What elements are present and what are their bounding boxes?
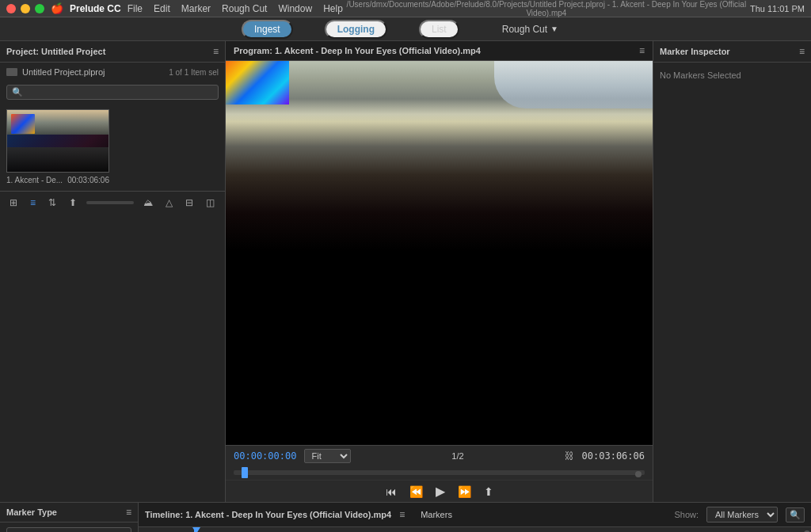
timeline-container: 00:00 00:00:30:00 00:01:00:00 00:01:30:0… — [139, 527, 811, 532]
timeline-header: Timeline: 1. Akcent - Deep In Your Eyes … — [139, 503, 811, 527]
menu-window[interactable]: Window — [278, 3, 312, 14]
ingest-button[interactable]: Ingest — [242, 20, 293, 39]
playhead-arrow — [192, 527, 200, 532]
marker-type-dropdown[interactable]: All Default Markers ▼ — [6, 527, 131, 532]
file-item: Untitled Project.plproj 1 of 1 Item sel — [6, 66, 219, 78]
timeline-tabs: Markers — [421, 510, 452, 519]
clock: Thu 11:01 PM — [750, 4, 805, 13]
marker-inspector-menu-icon[interactable]: ≡ — [799, 46, 805, 57]
marker-inspector-header: Marker Inspector ≡ — [653, 41, 811, 63]
timeline-title: Timeline: 1. Akcent - Deep In Your Eyes … — [145, 510, 391, 519]
video-player[interactable] — [226, 61, 653, 445]
clip-thumbnail[interactable] — [6, 109, 109, 173]
clip-thumbnail-image — [7, 110, 109, 172]
file-path: /Users/dmx/Documents/Adobe/Prelude/8.0/P… — [343, 0, 750, 17]
maximize-button[interactable] — [35, 4, 44, 13]
right-panel: Marker Inspector ≡ No Markers Selected — [653, 41, 811, 502]
file-icon — [6, 68, 17, 76]
program-header: Program: 1. Akcent - Deep In Your Eyes (… — [226, 41, 653, 61]
vertical-scrollbar[interactable] — [803, 527, 811, 532]
scrubber-track — [234, 470, 645, 475]
timeline-ruler: 00:00 00:00:30:00 00:01:00:00 00:01:30:0… — [139, 527, 803, 532]
list-button[interactable]: List — [419, 20, 459, 39]
left-panel: Project: Untitled Project ≡ Untitled Pro… — [0, 41, 226, 502]
sort-button[interactable]: ⇅ — [45, 196, 59, 210]
menu-marker[interactable]: Marker — [181, 3, 211, 14]
search-icon: 🔍 — [12, 87, 23, 97]
marker-type-menu-icon[interactable]: ≡ — [126, 507, 131, 518]
menu-help[interactable]: Help — [323, 3, 343, 14]
clip-info: 1. Akcent - De... 00:03:06:06 — [6, 176, 219, 184]
roughcut-button[interactable]: Rough Cut ▼ — [491, 21, 569, 37]
timeline-main: 00:00 00:00:30:00 00:01:00:00 00:01:30:0… — [139, 527, 803, 532]
mountain-icon[interactable]: ⛰ — [140, 196, 156, 210]
chevron-down-icon: ▼ — [550, 25, 558, 33]
search-bar[interactable]: 🔍 — [6, 85, 219, 100]
duration-display: 00:03:06:06 — [582, 450, 645, 462]
logging-button[interactable]: Logging — [325, 20, 387, 39]
roughcut-label: Rough Cut — [502, 24, 547, 35]
workspace-bar: Ingest Logging List Rough Cut ▼ — [0, 17, 811, 41]
timeline-tab-markers[interactable]: Markers — [421, 510, 452, 519]
marker-type-title: Marker Type — [6, 507, 57, 517]
traffic-lights — [6, 4, 44, 13]
marker-inspector-title: Marker Inspector — [660, 47, 730, 56]
playback-controls: ⏮ ⏪ ▶ ⏩ ⬆ — [226, 480, 653, 502]
project-header: Project: Untitled Project ≡ — [0, 41, 225, 63]
apple-logo: 🍎 — [51, 2, 63, 14]
project-title: Project: Untitled Project — [6, 47, 105, 56]
right-controls: Thu 11:01 PM — [750, 4, 805, 13]
timeline-menu-icon[interactable]: ≡ — [399, 509, 405, 520]
marker-type-panel: Marker Type ≡ All Default Markers ▼ 1 Su… — [0, 503, 139, 532]
file-count: 1 of 1 Item sel — [169, 68, 219, 77]
app-name: Prelude CC — [70, 3, 121, 14]
marker-type-header: Marker Type ≡ — [0, 503, 138, 522]
go-to-start-button[interactable]: ⏮ — [386, 485, 397, 498]
clip-duration: 00:03:06:06 — [67, 176, 109, 184]
transport-bar: 00:00:00:00 Fit 100% 50% 1/2 ⛓ 00:03:06:… — [226, 445, 653, 466]
play-button[interactable]: ▶ — [436, 484, 445, 499]
list-view-button[interactable]: ≡ — [27, 196, 39, 210]
menu-roughcut[interactable]: Rough Cut — [222, 3, 267, 14]
menu-file[interactable]: File — [128, 3, 143, 14]
minimize-button[interactable] — [21, 4, 30, 13]
file-name[interactable]: Untitled Project.plproj — [22, 67, 105, 77]
bottom-area: Marker Type ≡ All Default Markers ▼ 1 Su… — [0, 502, 811, 532]
fit-selector[interactable]: Fit 100% 50% — [304, 449, 351, 463]
project-menu-icon[interactable]: ≡ — [213, 46, 219, 57]
video-canvas — [226, 61, 653, 251]
grid-view-button[interactable]: ⊞ — [6, 196, 21, 210]
clip-name: 1. Akcent - De... — [6, 176, 63, 184]
left-toolbar: ⊞ ≡ ⇅ ⬆ ⛰ △ ⊟ ◫ — [0, 191, 225, 213]
timeline-scrubber[interactable] — [226, 466, 653, 480]
size-slider[interactable] — [86, 201, 134, 204]
thumbnail-area: 1. Akcent - De... 00:03:06:06 — [0, 103, 225, 191]
split-button[interactable]: ⊟ — [182, 196, 196, 210]
menu-bar: File Edit Marker Rough Cut Window Help — [128, 3, 343, 14]
step-back-button[interactable]: ⏪ — [409, 485, 423, 498]
program-title: Program: 1. Akcent - Deep In Your Eyes (… — [234, 46, 639, 55]
timeline-panel: Timeline: 1. Akcent - Deep In Your Eyes … — [139, 503, 811, 532]
titlebar: 🍎 Prelude CC File Edit Marker Rough Cut … — [0, 0, 811, 17]
project-files: Untitled Project.plproj 1 of 1 Item sel — [0, 63, 225, 82]
step-forward-button[interactable]: ⏩ — [458, 485, 471, 498]
playhead[interactable] — [242, 467, 248, 478]
page-display: 1/2 — [451, 451, 463, 461]
search-input[interactable] — [23, 88, 181, 97]
program-menu-icon[interactable]: ≡ — [639, 45, 645, 56]
no-markers-label: No Markers Selected — [653, 63, 811, 88]
link-icon: ⛓ — [565, 450, 574, 462]
export-button[interactable]: ⬆ — [484, 485, 493, 498]
menu-edit[interactable]: Edit — [154, 3, 170, 14]
close-button[interactable] — [6, 4, 16, 13]
arrange-button[interactable]: ◫ — [203, 196, 218, 210]
center-panel: Program: 1. Akcent - Deep In Your Eyes (… — [226, 41, 653, 502]
current-timecode: 00:00:00:00 — [234, 450, 296, 462]
timeline-search-button[interactable]: 🔍 — [786, 507, 805, 522]
filter-button[interactable]: ⬆ — [66, 196, 80, 210]
main-content: Project: Untitled Project ≡ Untitled Pro… — [0, 41, 811, 502]
expand-button[interactable]: △ — [162, 196, 176, 210]
marker-filter-select[interactable]: All Markers — [706, 507, 778, 522]
show-label: Show: — [674, 510, 699, 519]
